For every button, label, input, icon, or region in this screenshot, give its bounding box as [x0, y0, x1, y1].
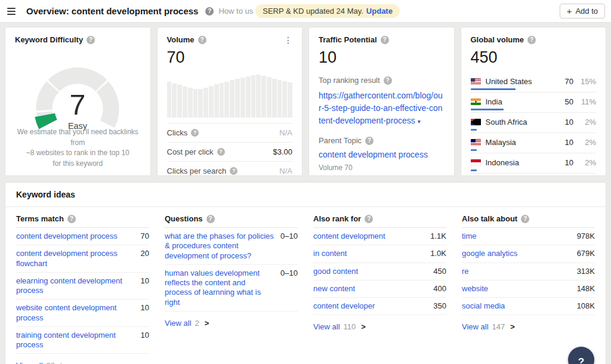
- keyword-column-header: Questions?: [165, 209, 298, 228]
- country-row: India5011%: [471, 92, 597, 113]
- view-all-count: 110: [344, 322, 356, 331]
- kebab-menu-icon[interactable]: ⋮: [284, 36, 292, 44]
- volume-bar: [251, 75, 256, 118]
- help-icon[interactable]: ?: [205, 7, 214, 16]
- volume-bar: [282, 81, 287, 118]
- difficulty-note-line: for this keyword: [53, 159, 103, 168]
- help-icon[interactable]: ?: [365, 215, 373, 223]
- country-name: Indonesia: [486, 158, 519, 167]
- help-icon[interactable]: ?: [384, 76, 392, 85]
- traffic-potential-value: 10: [319, 48, 445, 67]
- help-icon[interactable]: ?: [521, 215, 529, 223]
- keyword-link[interactable]: time: [462, 232, 571, 241]
- volume-bar: [172, 84, 177, 118]
- keyword-link[interactable]: elearning content development process: [16, 276, 135, 296]
- how-to-use-link[interactable]: How to us: [218, 7, 253, 16]
- country-volume: 10: [565, 138, 573, 147]
- keyword-row: re313K: [462, 263, 595, 280]
- card-title-row: Volume ? ⋮: [167, 35, 293, 44]
- volume-detail-rows: Clicks ? N/A Cost per click ? $3.00 Clic…: [167, 123, 293, 180]
- help-icon[interactable]: ?: [87, 36, 95, 44]
- difficulty-gauge: 7 Easy: [19, 51, 136, 137]
- view-all-row: View all147>: [462, 315, 595, 331]
- view-all-link[interactable]: View all: [462, 322, 489, 331]
- keyword-volume: 70: [141, 232, 149, 240]
- flag-us-icon: [471, 78, 481, 85]
- keyword-link[interactable]: training content development process: [16, 331, 135, 350]
- volume-bar: [246, 76, 251, 118]
- view-all-link[interactable]: View all: [313, 322, 340, 331]
- volume-bar: [198, 89, 203, 118]
- country-volume: 10: [565, 118, 573, 127]
- keyword-volume: 0–10: [280, 269, 298, 277]
- keyword-column: Questions?what are the phases for polici…: [165, 209, 298, 364]
- card-title-row: Traffic Potential ?: [319, 35, 445, 44]
- traffic-potential-card: Traffic Potential ? 10 Top ranking resul…: [308, 27, 455, 176]
- view-all-count: 28: [47, 361, 55, 364]
- clicks-row: Clicks ? N/A: [167, 123, 293, 142]
- country-row: South Africa102%: [471, 113, 597, 133]
- volume-value: 70: [167, 48, 293, 67]
- view-all-link[interactable]: View all: [165, 319, 192, 328]
- page-title: Overview: content development process: [26, 6, 198, 16]
- keyword-row: website content development process10: [16, 300, 149, 327]
- keyword-volume: 978K: [577, 232, 595, 240]
- country-name: South Africa: [486, 118, 527, 127]
- keyword-link[interactable]: content developer: [313, 301, 427, 311]
- top-ranking-result-link[interactable]: https://gathercontent.com/blog/our-5-ste…: [319, 90, 445, 127]
- chevron-right-icon: >: [361, 322, 366, 331]
- help-icon[interactable]: ?: [191, 129, 199, 137]
- cost-per-click-row: Cost per click ? $3.00: [167, 142, 293, 161]
- keyword-difficulty-card: Keyword Difficulty ? 7 Easy We estimate …: [5, 27, 151, 176]
- help-icon[interactable]: ?: [527, 36, 536, 44]
- parent-topic-label-row: Parent Topic ?: [319, 136, 445, 145]
- volume-title: Volume: [167, 35, 195, 44]
- keyword-row: in content1.0K: [313, 245, 446, 263]
- country-volume: 10: [565, 158, 573, 167]
- keyword-link[interactable]: content development: [313, 232, 424, 241]
- keyword-link[interactable]: new content: [313, 284, 427, 294]
- keyword-link[interactable]: re: [462, 267, 571, 276]
- keyword-row: website148K: [462, 280, 595, 298]
- keyword-link[interactable]: google analytics: [462, 249, 571, 258]
- keyword-column-header: Also talk about?: [462, 209, 595, 228]
- keyword-link[interactable]: what are the phases for policies & proce…: [165, 232, 274, 261]
- volume-bar: [177, 85, 182, 118]
- keyword-column-title: Questions: [165, 214, 203, 223]
- help-icon[interactable]: ?: [198, 36, 206, 44]
- keyword-link[interactable]: content development process: [16, 232, 135, 241]
- keyword-column-title: Terms match: [16, 214, 64, 223]
- update-link[interactable]: Update: [366, 7, 393, 16]
- keyword-row: content development1.1K: [313, 228, 446, 245]
- parent-topic-link[interactable]: content development process: [319, 150, 445, 159]
- volume-bar: [267, 77, 271, 118]
- traffic-potential-title: Traffic Potential: [319, 35, 377, 44]
- help-icon[interactable]: ?: [365, 137, 374, 145]
- help-icon[interactable]: ?: [230, 167, 237, 175]
- keyword-link[interactable]: social media: [462, 301, 571, 311]
- help-icon[interactable]: ?: [206, 215, 215, 223]
- volume-bar: [167, 82, 172, 118]
- keyword-row: human values development reflects the co…: [165, 265, 298, 311]
- keyword-link[interactable]: website content development process: [16, 303, 135, 323]
- help-icon[interactable]: ?: [217, 148, 225, 156]
- menu-icon[interactable]: [6, 7, 17, 16]
- volume-bar: [214, 84, 219, 118]
- keyword-link[interactable]: in content: [313, 249, 424, 258]
- country-percent: 2%: [578, 158, 596, 167]
- help-icon[interactable]: ?: [67, 215, 76, 223]
- add-to-button[interactable]: + Add to: [560, 4, 605, 18]
- view-all-row: View all2>: [165, 311, 298, 328]
- country-volume: 50: [565, 97, 573, 106]
- help-icon[interactable]: ?: [381, 36, 389, 44]
- keyword-link[interactable]: human values development reflects the co…: [165, 269, 274, 307]
- keyword-link[interactable]: website: [462, 284, 571, 294]
- view-all-row: View all110>: [313, 315, 446, 331]
- keyword-volume: 108K: [577, 301, 595, 310]
- keyword-volume: 10: [141, 331, 149, 340]
- flag-id-icon: [471, 159, 481, 166]
- clicks-per-search-value: N/A: [279, 166, 292, 175]
- keyword-link[interactable]: content development process flowchart: [16, 249, 135, 269]
- view-all-link[interactable]: View all: [16, 361, 43, 364]
- keyword-link[interactable]: good content: [313, 267, 427, 276]
